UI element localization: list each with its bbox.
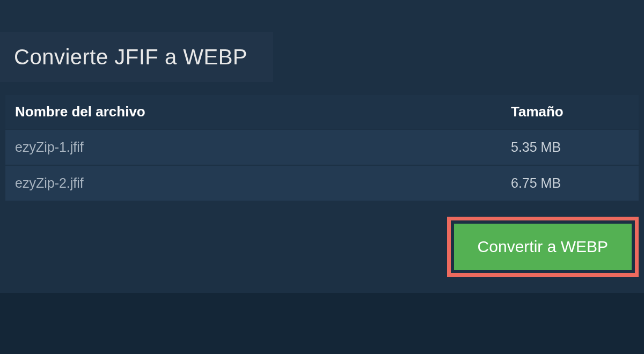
table-row: ezyZip-2.jfif 6.75 MB <box>5 166 639 201</box>
active-tab[interactable]: Convierte JFIF a WEBP <box>0 32 273 82</box>
column-header-filename: Nombre del archivo <box>15 104 511 120</box>
table-header-row: Nombre del archivo Tamaño <box>5 95 639 129</box>
cell-filename: ezyZip-1.jfif <box>15 139 511 155</box>
cell-size: 6.75 MB <box>511 175 629 191</box>
table-row: ezyZip-1.jfif 5.35 MB <box>5 130 639 165</box>
column-header-size: Tamaño <box>511 104 629 120</box>
actions-bar: Convertir a WEBP <box>5 217 639 277</box>
file-table: Nombre del archivo Tamaño ezyZip-1.jfif … <box>5 95 639 201</box>
convert-button[interactable]: Convertir a WEBP <box>454 224 632 270</box>
cell-size: 5.35 MB <box>511 139 629 155</box>
cell-filename: ezyZip-2.jfif <box>15 175 511 191</box>
tab-title: Convierte JFIF a WEBP <box>14 45 247 69</box>
convert-button-highlight: Convertir a WEBP <box>447 217 639 277</box>
converter-panel: Convierte JFIF a WEBP Nombre del archivo… <box>0 0 644 293</box>
